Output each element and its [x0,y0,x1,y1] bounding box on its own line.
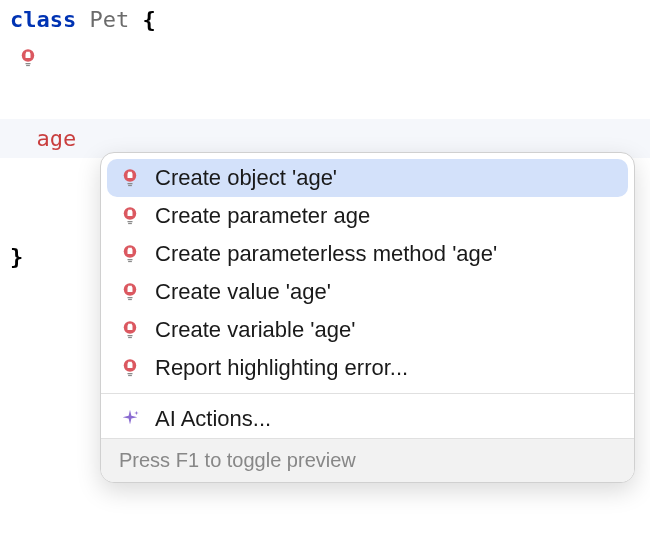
popup-item-create-value[interactable]: Create value 'age' [101,273,634,311]
svg-rect-9 [128,185,132,186]
error-bulb-gutter-icon[interactable] [18,43,38,78]
open-brace: { [142,7,155,32]
bulb-error-icon [119,243,141,265]
popup-item-label: Report highlighting error... [155,355,408,381]
svg-rect-34 [128,375,132,376]
svg-rect-2 [26,51,30,53]
popup-item-create-object[interactable]: Create object 'age' [107,159,628,197]
svg-rect-18 [128,259,133,260]
svg-rect-1 [26,53,31,58]
svg-rect-33 [128,373,133,374]
svg-rect-7 [128,172,132,174]
code-line-1: class Pet { [0,0,650,39]
popup-item-label: Create parameterless method 'age' [155,241,497,267]
code-line-blank [0,80,650,119]
svg-rect-23 [128,297,133,298]
popup-item-report-error[interactable]: Report highlighting error... [101,349,634,387]
popup-item-label: Create parameter age [155,203,370,229]
bulb-error-icon [119,205,141,227]
svg-rect-29 [128,337,132,338]
close-brace: } [10,244,23,269]
bulb-error-icon [119,281,141,303]
intention-actions-popup: Create object 'age' Create parameter age… [100,152,635,483]
svg-rect-13 [128,221,133,222]
popup-divider [101,393,634,394]
sparkle-icon [119,408,141,430]
popup-item-create-method[interactable]: Create parameterless method 'age' [101,235,634,273]
svg-rect-8 [128,183,133,184]
bulb-error-icon [119,167,141,189]
svg-rect-27 [128,324,132,326]
svg-rect-11 [128,211,133,216]
error-identifier: age [37,126,77,151]
svg-rect-12 [128,210,132,212]
svg-rect-16 [128,249,133,254]
code-line-2 [0,39,650,80]
popup-item-ai-actions[interactable]: AI Actions... [101,400,634,438]
svg-rect-31 [128,363,133,368]
svg-rect-6 [128,173,133,178]
popup-item-create-variable[interactable]: Create variable 'age' [101,311,634,349]
popup-item-label: Create value 'age' [155,279,331,305]
svg-rect-21 [128,287,133,292]
svg-rect-4 [26,64,30,65]
svg-rect-3 [26,63,31,64]
class-name: Pet [89,7,129,32]
svg-rect-22 [128,286,132,288]
svg-rect-24 [128,299,132,300]
popup-item-label: AI Actions... [155,406,271,432]
svg-rect-19 [128,261,132,262]
bulb-error-icon [119,319,141,341]
svg-rect-28 [128,335,133,336]
keyword-class: class [10,7,76,32]
bulb-error-icon [119,357,141,379]
popup-footer-hint: Press F1 to toggle preview [101,438,634,482]
svg-rect-14 [128,223,132,224]
svg-rect-26 [128,325,133,330]
popup-item-create-parameter[interactable]: Create parameter age [101,197,634,235]
popup-item-label: Create variable 'age' [155,317,355,343]
popup-item-label: Create object 'age' [155,165,337,191]
svg-rect-32 [128,362,132,364]
svg-rect-17 [128,248,132,250]
